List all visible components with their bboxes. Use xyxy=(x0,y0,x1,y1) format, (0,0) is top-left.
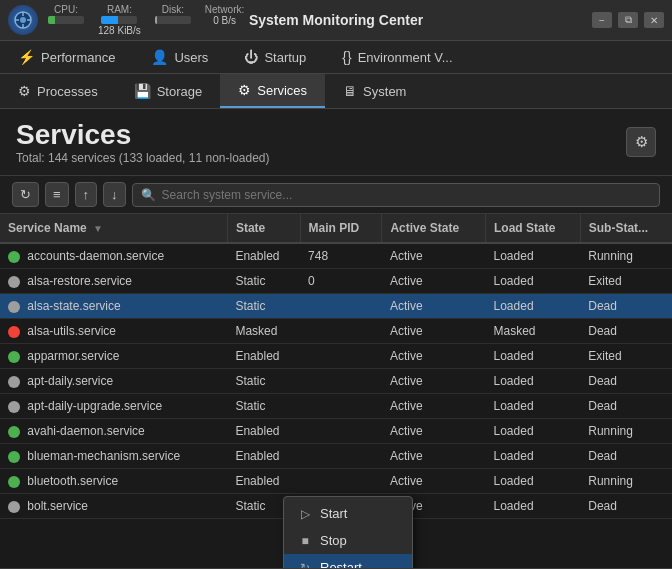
service-status-icon xyxy=(8,301,20,313)
tab-users[interactable]: 👤 Users xyxy=(133,41,226,73)
col-active: Active State xyxy=(382,214,486,243)
page-title: Services xyxy=(16,119,270,151)
tab-system-label: System xyxy=(363,84,406,99)
cell-sub: Running xyxy=(580,469,672,494)
cell-active: Active xyxy=(382,369,486,394)
cell-state: Enabled xyxy=(227,344,300,369)
search-input[interactable] xyxy=(162,188,651,202)
context-menu-item-start[interactable]: ▷Start xyxy=(284,500,412,527)
menu-stop-icon: ■ xyxy=(298,534,312,548)
tab-performance[interactable]: ⚡ Performance xyxy=(0,41,133,73)
cell-sub: Running xyxy=(580,419,672,444)
app-icon xyxy=(8,5,38,35)
sort-desc-button[interactable]: ↓ xyxy=(103,182,126,207)
content-area: Service Name ▼ State Main PID Active Sta… xyxy=(0,214,672,568)
service-status-icon xyxy=(8,351,20,363)
service-status-icon xyxy=(8,501,20,513)
cell-state: Static xyxy=(227,294,300,319)
table-row[interactable]: accounts-daemon.service Enabled 748 Acti… xyxy=(0,243,672,269)
restore-button[interactable]: ⧉ xyxy=(618,12,638,28)
menu-restart-icon: ↻ xyxy=(298,561,312,569)
tab-services[interactable]: ⚙ Services xyxy=(220,74,325,108)
context-menu-item-restart[interactable]: ↻Restart xyxy=(284,554,412,568)
cell-active: Active xyxy=(382,344,486,369)
service-status-icon xyxy=(8,451,20,463)
table-row[interactable]: bluetooth.service Enabled Active Loaded … xyxy=(0,469,672,494)
table-row[interactable]: apt-daily.service Static Active Loaded D… xyxy=(0,369,672,394)
col-name: Service Name ▼ xyxy=(0,214,227,243)
cell-active: Active xyxy=(382,269,486,294)
table-row[interactable]: alsa-utils.service Masked Active Masked … xyxy=(0,319,672,344)
search-box: 🔍 xyxy=(132,183,660,207)
col-load: Load State xyxy=(486,214,581,243)
tab-performance-label: Performance xyxy=(41,50,115,65)
cell-active: Active xyxy=(382,444,486,469)
refresh-button[interactable]: ↻ xyxy=(12,182,39,207)
cell-active: Active xyxy=(382,319,486,344)
service-name: apt-daily.service xyxy=(27,374,113,388)
cell-name: apt-daily.service xyxy=(0,369,227,394)
minimize-button[interactable]: − xyxy=(592,12,612,28)
table-row[interactable]: alsa-restore.service Static 0 Active Loa… xyxy=(0,269,672,294)
services-tbody: accounts-daemon.service Enabled 748 Acti… xyxy=(0,243,672,519)
tab-startup[interactable]: ⏻ Startup xyxy=(226,41,324,73)
cell-pid xyxy=(300,319,382,344)
service-status-icon xyxy=(8,476,20,488)
titlebar: CPU: RAM: 128 KiB/s Disk: Network: 0 B/s… xyxy=(0,0,672,41)
table-header: Service Name ▼ State Main PID Active Sta… xyxy=(0,214,672,243)
cell-load: Loaded xyxy=(486,369,581,394)
cell-name: blueman-mechanism.service xyxy=(0,444,227,469)
list-view-button[interactable]: ≡ xyxy=(45,182,69,207)
disk-bar-container xyxy=(155,16,191,24)
cell-pid xyxy=(300,469,382,494)
cell-state: Enabled xyxy=(227,243,300,269)
sys-stats: CPU: RAM: 128 KiB/s Disk: Network: 0 B/s xyxy=(48,4,244,36)
close-button[interactable]: ✕ xyxy=(644,12,664,28)
network-value: 0 B/s xyxy=(213,15,236,26)
cell-state: Masked xyxy=(227,319,300,344)
table-row[interactable]: apparmor.service Enabled Active Loaded E… xyxy=(0,344,672,369)
page-header: Services Total: 144 services (133 loaded… xyxy=(0,109,672,176)
context-menu: ▷Start■Stop↻Restart↺Reload✓Enable✕Disabl… xyxy=(283,496,413,568)
settings-button[interactable]: ⚙ xyxy=(626,127,656,157)
cell-sub: Dead xyxy=(580,394,672,419)
tab-processes[interactable]: ⚙ Processes xyxy=(0,74,116,108)
disk-stat: Disk: xyxy=(155,4,191,36)
context-menu-item-stop[interactable]: ■Stop xyxy=(284,527,412,554)
sort-asc-button[interactable]: ↑ xyxy=(75,182,98,207)
cell-active: Active xyxy=(382,243,486,269)
cell-state: Static xyxy=(227,394,300,419)
page-header-left: Services Total: 144 services (133 loaded… xyxy=(16,119,270,165)
cpu-label: CPU: xyxy=(54,4,78,15)
cpu-bar-container xyxy=(48,16,84,24)
cell-state: Enabled xyxy=(227,444,300,469)
service-name: apt-daily-upgrade.service xyxy=(27,399,162,413)
tab-storage[interactable]: 💾 Storage xyxy=(116,74,221,108)
col-state: State xyxy=(227,214,300,243)
menu-label-start: Start xyxy=(320,506,347,521)
table-row[interactable]: apt-daily-upgrade.service Static Active … xyxy=(0,394,672,419)
cell-state: Enabled xyxy=(227,419,300,444)
cell-load: Loaded xyxy=(486,419,581,444)
table-row[interactable]: alsa-state.service Static Active Loaded … xyxy=(0,294,672,319)
ram-bar-container xyxy=(101,16,137,24)
users-icon: 👤 xyxy=(151,49,168,65)
cell-load: Masked xyxy=(486,319,581,344)
ram-label: RAM: xyxy=(107,4,132,15)
cell-load: Loaded xyxy=(486,294,581,319)
tab-system[interactable]: 🖥 System xyxy=(325,74,424,108)
header-row: Service Name ▼ State Main PID Active Sta… xyxy=(0,214,672,243)
table-row[interactable]: avahi-daemon.service Enabled Active Load… xyxy=(0,419,672,444)
service-status-icon xyxy=(8,401,20,413)
network-label: Network: xyxy=(205,4,244,15)
cell-sub: Exited xyxy=(580,344,672,369)
window-title: System Monitoring Center xyxy=(249,12,423,28)
ram-stat: RAM: 128 KiB/s xyxy=(98,4,141,36)
service-name: alsa-restore.service xyxy=(27,274,132,288)
service-name: apparmor.service xyxy=(27,349,119,363)
table-row[interactable]: blueman-mechanism.service Enabled Active… xyxy=(0,444,672,469)
cell-active: Active xyxy=(382,419,486,444)
service-status-icon xyxy=(8,326,20,338)
tab-environment[interactable]: {} Environment V... xyxy=(324,41,470,73)
service-name: bolt.service xyxy=(27,499,88,513)
